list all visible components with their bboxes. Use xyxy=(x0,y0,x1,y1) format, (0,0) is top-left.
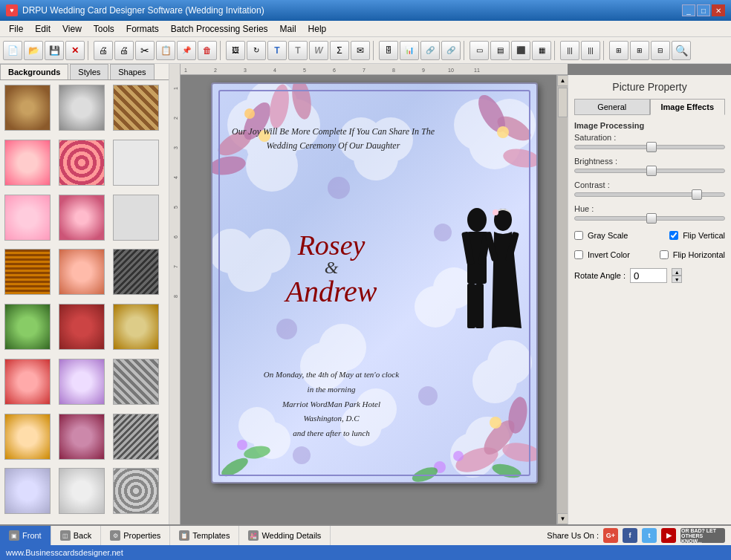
toolbar-cut[interactable]: ✂ xyxy=(135,41,155,60)
toolbar-link2[interactable]: 🔗 xyxy=(441,41,461,60)
menu-help[interactable]: Help xyxy=(302,22,333,36)
flip-horizontal-checkbox[interactable] xyxy=(660,250,669,259)
toolbar-grid1[interactable]: ⊞ xyxy=(609,41,628,60)
tab-wedding-details[interactable]: 💒 Wedding Details xyxy=(239,526,331,545)
menu-file[interactable]: File xyxy=(3,22,29,36)
toolbar-new[interactable]: 📄 xyxy=(3,41,22,60)
rotate-input[interactable] xyxy=(630,268,667,283)
toolbar-text2[interactable]: T xyxy=(288,41,308,60)
toolbar-print[interactable]: 🖨 xyxy=(94,41,113,60)
toolbar-db[interactable]: 🗄 xyxy=(379,41,398,60)
maximize-button[interactable]: □ xyxy=(697,4,710,16)
toolbar-shape2[interactable]: ▤ xyxy=(490,41,510,60)
thumb-15[interactable] xyxy=(113,304,159,350)
hue-thumb[interactable] xyxy=(646,213,657,224)
tab-styles[interactable]: Styles xyxy=(70,64,108,79)
grayscale-checkbox[interactable] xyxy=(574,231,583,240)
saturation-thumb[interactable] xyxy=(646,142,657,152)
contrast-track[interactable] xyxy=(574,192,725,197)
toolbar-copy[interactable]: 📋 xyxy=(156,41,175,60)
thumb-21[interactable] xyxy=(113,414,159,460)
toolbar-barcode2[interactable]: ||| xyxy=(581,41,600,60)
tab-general[interactable]: General xyxy=(574,99,650,115)
thumb-3[interactable] xyxy=(113,85,159,131)
tab-back[interactable]: ◫ Back xyxy=(51,526,101,545)
toolbar-grid3[interactable]: ⊟ xyxy=(651,41,670,60)
tab-front[interactable]: ▣ Front xyxy=(0,526,51,545)
toolbar-image[interactable]: 🖼 xyxy=(226,41,245,60)
thumb-24[interactable] xyxy=(113,468,159,514)
menu-formats[interactable]: Formats xyxy=(120,22,165,36)
close-button[interactable]: ✕ xyxy=(712,4,725,16)
toolbar-shape4[interactable]: ▦ xyxy=(532,41,551,60)
tab-image-effects[interactable]: Image Effects xyxy=(650,99,726,115)
wedding-card[interactable]: Our Joy Will Be More Complete If You Can… xyxy=(211,82,538,484)
scroll-track[interactable] xyxy=(557,86,568,513)
toolbar-db2[interactable]: 📊 xyxy=(400,41,419,60)
tab-templates[interactable]: 📋 Templates xyxy=(170,526,239,545)
menu-edit[interactable]: Edit xyxy=(29,22,56,36)
canvas-area[interactable]: Our Joy Will Be More Complete If You Can… xyxy=(181,75,568,524)
menu-mail[interactable]: Mail xyxy=(274,22,302,36)
facebook-share-button[interactable]: f xyxy=(623,528,637,543)
ad-button[interactable]: OR BAD? LET OTHERS KNOW... xyxy=(680,528,725,543)
flip-vertical-checkbox[interactable] xyxy=(669,231,678,240)
thumb-4[interactable] xyxy=(4,140,51,186)
tab-backgrounds[interactable]: Backgrounds xyxy=(0,64,68,79)
contrast-thumb[interactable] xyxy=(692,189,702,200)
scroll-down-button[interactable]: ▼ xyxy=(557,513,568,524)
scroll-thumb[interactable] xyxy=(558,88,568,117)
toolbar-symbol[interactable]: Σ xyxy=(330,41,349,60)
menu-batch[interactable]: Batch Processing Series xyxy=(165,22,274,36)
saturation-track[interactable] xyxy=(574,145,725,149)
thumb-23[interactable] xyxy=(59,468,105,514)
toolbar-print2[interactable]: 🖨 xyxy=(114,41,134,60)
youtube-share-button[interactable]: ▶ xyxy=(661,528,676,543)
thumb-9[interactable] xyxy=(113,195,159,241)
thumb-8[interactable] xyxy=(59,195,105,241)
thumb-18[interactable] xyxy=(113,359,159,405)
thumb-2[interactable] xyxy=(59,85,105,131)
twitter-share-button[interactable]: t xyxy=(642,528,657,543)
toolbar-delete[interactable]: 🗑 xyxy=(198,41,217,60)
window-controls[interactable]: _ □ ✕ xyxy=(682,4,725,16)
thumb-22[interactable] xyxy=(4,468,51,514)
thumb-16[interactable] xyxy=(4,359,51,405)
thumb-13[interactable] xyxy=(4,304,51,350)
toolbar-rotate[interactable]: ↻ xyxy=(247,41,266,60)
tab-properties[interactable]: ⚙ Properties xyxy=(101,526,170,545)
thumb-10[interactable] xyxy=(4,249,51,295)
toolbar-zoom[interactable]: 🔍 xyxy=(672,41,691,60)
menu-view[interactable]: View xyxy=(56,22,88,36)
rotate-up-button[interactable]: ▲ xyxy=(672,268,682,276)
thumb-5[interactable] xyxy=(59,140,105,186)
brightness-thumb[interactable] xyxy=(646,166,657,176)
minimize-button[interactable]: _ xyxy=(682,4,695,16)
toolbar-link[interactable]: 🔗 xyxy=(420,41,440,60)
toolbar-text[interactable]: T xyxy=(267,41,287,60)
scrollbar-vertical[interactable]: ▲ ▼ xyxy=(556,75,568,524)
tab-shapes[interactable]: Shapes xyxy=(110,64,154,79)
thumb-14[interactable] xyxy=(59,304,105,350)
toolbar-open[interactable]: 📂 xyxy=(24,41,43,60)
toolbar-shape1[interactable]: ▭ xyxy=(470,41,489,60)
toolbar-wordart[interactable]: W xyxy=(309,41,328,60)
toolbar-paste[interactable]: 📌 xyxy=(177,41,196,60)
brightness-track[interactable] xyxy=(574,169,725,173)
thumb-7[interactable] xyxy=(4,195,51,241)
toolbar-email[interactable]: ✉ xyxy=(351,41,370,60)
toolbar-shape3[interactable]: ⬛ xyxy=(511,41,530,60)
thumb-1[interactable] xyxy=(4,85,51,131)
toolbar-close[interactable]: ✕ xyxy=(65,41,85,60)
toolbar-grid2[interactable]: ⊞ xyxy=(630,41,649,60)
google-share-button[interactable]: G+ xyxy=(603,528,618,543)
thumb-20[interactable] xyxy=(59,414,105,460)
rotate-spin-buttons[interactable]: ▲ ▼ xyxy=(672,268,682,283)
toolbar-save[interactable]: 💾 xyxy=(45,41,64,60)
thumb-6[interactable] xyxy=(113,140,159,186)
scroll-up-button[interactable]: ▲ xyxy=(557,75,568,86)
hue-track[interactable] xyxy=(574,216,725,221)
menu-tools[interactable]: Tools xyxy=(88,22,120,36)
thumb-11[interactable] xyxy=(59,249,105,295)
thumb-17[interactable] xyxy=(59,359,105,405)
